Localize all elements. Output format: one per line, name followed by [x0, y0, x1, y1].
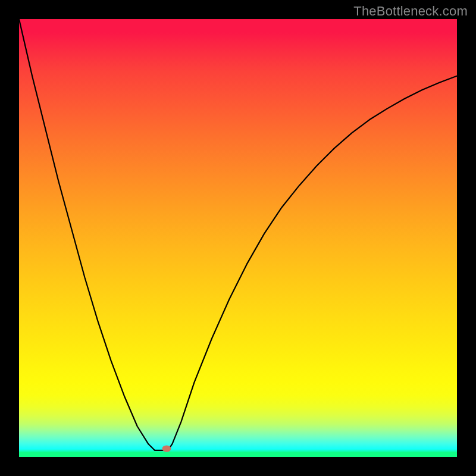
- plot-area: [19, 19, 457, 457]
- bottleneck-curve: [19, 19, 457, 457]
- chart-frame: TheBottleneck.com: [0, 0, 476, 476]
- watermark-text: TheBottleneck.com: [353, 4, 468, 19]
- optimal-point-marker: [162, 446, 171, 452]
